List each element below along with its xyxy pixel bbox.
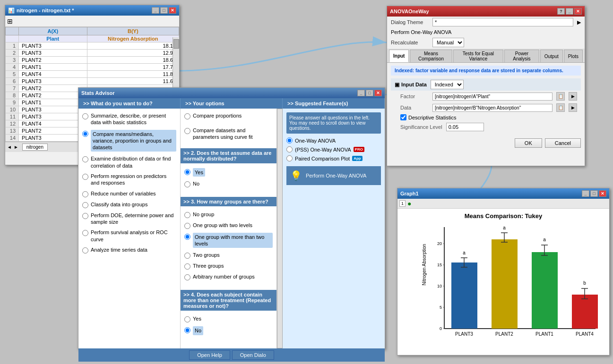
factor-label: Factor [400,93,429,99]
nav-right[interactable]: ► [14,144,18,150]
stats-option-radio-5[interactable] [82,202,88,208]
col-a-header: A(X) [19,27,87,35]
cancel-button[interactable]: Cancel [545,138,581,148]
open-help-btn[interactable]: Open Help [189,350,230,360]
dialog-theme-input[interactable] [432,18,573,26]
tab-output[interactable]: Output [540,50,563,62]
input-data-label: Input Data [401,82,427,87]
maximize-btn[interactable]: □ [160,7,168,14]
stats-titlebar: Stats Advisor _ □ ✕ [78,88,385,98]
stats-maximize[interactable]: □ [366,90,373,96]
graph-maximize[interactable]: □ [590,190,598,197]
anova-minimize[interactable]: _ [566,8,573,15]
q3-radio-4[interactable] [184,263,190,270]
factor-value: [nitrogen]nitrogen!A"Plant" [432,93,553,101]
stats-options-list: Summarize, describe, or present data wit… [82,112,176,254]
sheet-tab-nitrogen[interactable]: nitrogen [22,144,48,151]
factor-browse-btn[interactable]: 📋 [556,92,565,101]
col2-scrollbar[interactable] [277,109,283,348]
plant-cell: PLANT3 [19,113,87,120]
q3-radio-1[interactable] [184,223,190,229]
q4-label: No [193,326,203,335]
plant-cell: PLANT3 [19,135,87,142]
tab-equal-variance[interactable]: Tests for Equal Variance [453,50,503,62]
desc-stats-checkbox[interactable] [400,114,406,120]
q3-radio-3[interactable] [184,253,190,259]
stats-option-radio-6[interactable] [82,213,88,219]
suggest-label: One-Way ANOVA [295,138,336,144]
svg-text:a: a [463,250,466,255]
graph-minimize[interactable]: _ [582,190,589,197]
factor-arrow-btn[interactable]: ▶ [569,92,577,101]
plant-cell: PLANT2 [19,127,87,135]
q3-radio-5[interactable] [184,274,190,280]
nav-left[interactable]: ◄ [7,144,12,150]
dialog-theme-arrow[interactable]: ▶ [577,19,581,25]
q3-option-item: One group with more than two levels [184,233,273,248]
stats-option-radio-3[interactable] [82,174,88,180]
col-a-longname: Plant [19,35,87,42]
close-btn[interactable]: ✕ [169,7,176,14]
q3-radio-0[interactable] [184,212,190,218]
q2-yes-label: Yes [193,168,205,177]
stats-option-label: Classify data into groups [91,201,147,208]
tab-input[interactable]: Input [389,50,409,62]
tab-power-analysis[interactable]: Power Analysis [504,50,539,62]
row-num: 12 [6,120,19,127]
stats-option-item: Classify data into groups [82,201,176,208]
q2-yes-radio[interactable] [184,169,190,175]
row-num: 11 [6,113,19,120]
stats-close[interactable]: ✕ [374,90,382,96]
minimize-btn[interactable]: _ [152,7,159,14]
suggestion-item: (PSS) One-Way ANOVAPRO [286,146,381,152]
anova-close[interactable]: ✕ [574,8,582,15]
q4-options: Yes No [181,313,276,340]
stats-footer: Open Help Open Dialo [78,348,385,362]
anova-titlebar: ANOVAOneWay ? _ ✕ [387,6,585,17]
q3-label: No group [193,211,214,218]
graph-dot-indicator: ● [407,200,411,207]
suggest-label: Paired Comparison Plot [295,156,350,161]
stats-option-radio-0[interactable] [82,113,88,119]
stats-minimize[interactable]: _ [357,90,365,96]
q3-option-item: One group with two levels [184,222,273,229]
q4-radio-0[interactable] [184,316,190,322]
anova-help-btn[interactable]: ? [557,8,565,15]
stats-option-radio-4[interactable] [82,191,88,197]
suggest-radio-1[interactable] [286,146,293,152]
input-data-select[interactable]: Indexed [431,80,464,89]
graph-toolbar-icon1[interactable]: 1 [399,200,406,207]
chart-area: Nitrogen Absorption 0 5 10 15 20 [425,222,601,343]
q4-label: Yes [193,315,201,322]
stats-option-radio-2[interactable] [82,156,88,162]
svg-text:10: 10 [437,284,442,288]
compare-datasets-radio[interactable] [184,128,190,134]
question4-header: >> 4. Does each subject contain more tha… [181,290,276,311]
suggest-radio-0[interactable] [286,137,293,144]
dialog-theme-label: Dialog Theme [391,19,429,25]
recalculate-select[interactable]: Manual [432,38,464,47]
stats-option-label: Perform survival analysis or ROC curve [91,229,176,243]
sig-level-input[interactable] [446,123,484,131]
stats-option-radio-1[interactable] [82,131,88,137]
stats-option-radio-7[interactable] [82,230,88,236]
open-dialog-btn[interactable]: Open Dialo [232,350,274,360]
q4-radio-1[interactable] [184,327,190,333]
data-arrow-btn[interactable]: ▶ [569,103,577,112]
tab-plots[interactable]: Plots [564,50,583,62]
graph-close[interactable]: ✕ [599,190,606,197]
suggest-radio-2[interactable] [286,155,293,161]
suggest-label: (PSS) One-Way ANOVA [295,147,351,152]
ok-button[interactable]: OK [515,138,542,148]
compare-proportions-radio[interactable] [184,113,190,119]
q2-no-radio[interactable] [184,181,190,187]
q4-option-item: No [184,326,273,335]
stats-option-radio-8[interactable] [82,247,88,254]
q3-radio-2[interactable] [184,234,190,240]
tab-means-comparison[interactable]: Means Comparison [410,50,452,62]
graph-toolbar: 1 ● [397,199,609,209]
plant-cell: PLANT4 [19,71,87,78]
stats-option-item: Perform DOE, determine power and sample … [82,212,176,226]
input-data-section[interactable]: ▣ Input Data Indexed [391,78,581,91]
data-browse-btn[interactable]: 📋 [556,103,565,112]
